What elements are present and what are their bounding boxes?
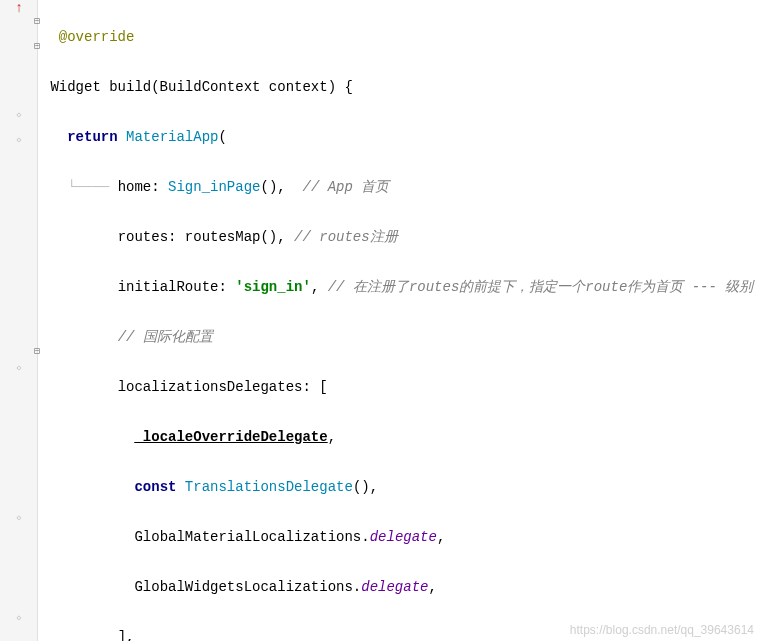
code-editor[interactable]: @override Widget build(BuildContext cont… [38,0,762,641]
code-line[interactable]: const TranslationsDelegate(), [38,475,762,500]
code-line[interactable]: GlobalMaterialLocalizations.delegate, [38,525,762,550]
code-line[interactable]: └──── home: Sign_inPage(), // App 首页 [38,175,762,200]
code-line[interactable]: routes: routesMap(), // routes注册 [38,225,762,250]
code-line[interactable]: GlobalWidgetsLocalizations.delegate, [38,575,762,600]
bookmark-icon: ◇ [0,110,38,119]
code-line[interactable]: // 国际化配置 [38,325,762,350]
code-line[interactable]: @override [38,25,762,50]
bookmark-icon: ◇ [0,613,38,622]
modified-marker: ↑ [0,0,38,16]
code-line[interactable]: initialRoute: 'sign_in', // 在注册了routes的前… [38,275,762,300]
code-line[interactable]: Widget build(BuildContext context) { [38,75,762,100]
code-line[interactable]: _localeOverrideDelegate, [38,425,762,450]
bookmark-icon: ◇ [0,513,38,522]
watermark: https://blog.csdn.net/qq_39643614 [570,623,754,637]
bookmark-icon: ◇ [0,135,38,144]
code-line[interactable]: localizationsDelegates: [ [38,375,762,400]
annotation: @override [59,29,135,45]
gutter: ↑ ⊟ ⊟ ◇ ◇ ⊟ ◇ ◇ ◇ [0,0,38,641]
code-line[interactable]: return MaterialApp( [38,125,762,150]
bookmark-icon: ◇ [0,363,38,372]
